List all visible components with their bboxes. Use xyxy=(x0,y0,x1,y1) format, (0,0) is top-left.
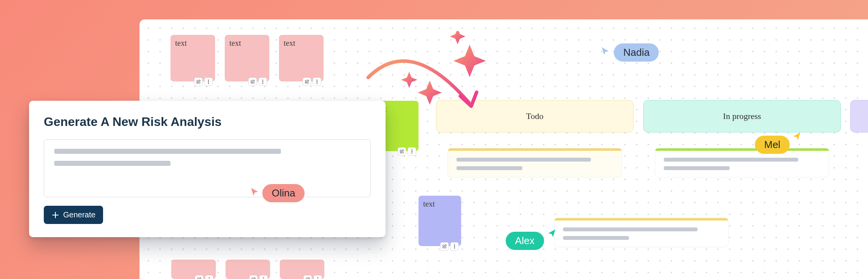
sticky-note-text: text xyxy=(423,200,435,208)
sticky-note[interactable] xyxy=(171,260,216,279)
user-label: Olina xyxy=(262,184,305,202)
edit-icon[interactable] xyxy=(303,275,312,279)
svg-point-15 xyxy=(209,277,210,279)
more-icon[interactable] xyxy=(450,242,459,251)
sticky-note[interactable] xyxy=(280,260,324,279)
sparkle-icon xyxy=(368,31,500,114)
user-label: Mel xyxy=(755,136,790,154)
more-icon[interactable] xyxy=(313,78,321,86)
svg-point-10 xyxy=(412,151,413,152)
column-title: Todo xyxy=(526,111,544,121)
user-cursor-mel: Mel xyxy=(755,136,801,154)
prompt-input[interactable]: Olina xyxy=(44,139,371,197)
column-title: In progress xyxy=(723,111,761,121)
svg-point-12 xyxy=(454,245,455,246)
cursor-icon xyxy=(250,187,259,196)
sticky-note-text: text xyxy=(175,39,187,47)
sticky-note-text: text xyxy=(284,39,295,47)
edit-icon[interactable] xyxy=(248,78,257,86)
svg-point-6 xyxy=(317,80,318,81)
cursor-icon xyxy=(792,132,801,141)
edit-icon[interactable] xyxy=(249,275,258,279)
svg-point-9 xyxy=(412,150,413,151)
edit-icon[interactable] xyxy=(194,78,203,86)
kanban-column-partial[interactable] xyxy=(850,100,868,133)
more-icon[interactable] xyxy=(258,78,267,86)
user-cursor-nadia: Nadia xyxy=(601,43,659,62)
svg-point-8 xyxy=(317,83,318,84)
sticky-note-text: text xyxy=(229,39,241,47)
user-label: Alex xyxy=(506,232,544,250)
more-icon[interactable] xyxy=(205,275,214,279)
plus-icon xyxy=(52,211,59,219)
kanban-card[interactable] xyxy=(554,218,728,247)
generate-modal: Generate A New Risk Analysis Olina Gener… xyxy=(29,101,386,237)
edit-icon[interactable] xyxy=(195,275,203,279)
svg-point-0 xyxy=(208,80,209,81)
modal-title: Generate A New Risk Analysis xyxy=(44,115,371,129)
sticky-note[interactable] xyxy=(226,260,270,279)
edit-icon[interactable] xyxy=(303,78,311,86)
sticky-note[interactable]: text xyxy=(170,35,215,81)
svg-point-14 xyxy=(454,248,455,249)
user-cursor-olina: Olina xyxy=(250,184,305,202)
user-label: Nadia xyxy=(614,43,659,62)
more-icon[interactable] xyxy=(204,78,213,86)
more-icon[interactable] xyxy=(313,275,322,279)
svg-point-21 xyxy=(317,277,319,279)
more-icon[interactable] xyxy=(259,275,268,279)
svg-point-7 xyxy=(317,81,318,83)
user-cursor-alex: Alex xyxy=(506,232,556,250)
cursor-icon xyxy=(547,229,556,238)
kanban-card[interactable] xyxy=(655,148,829,177)
generate-button-label: Generate xyxy=(63,210,95,219)
svg-point-11 xyxy=(412,153,413,154)
edit-icon[interactable] xyxy=(440,242,449,251)
more-icon[interactable] xyxy=(408,147,416,156)
svg-point-5 xyxy=(262,83,264,84)
kanban-column-in-progress[interactable]: In progress xyxy=(643,100,841,133)
svg-point-1 xyxy=(208,81,209,83)
svg-point-13 xyxy=(454,246,455,247)
kanban-card[interactable] xyxy=(448,148,622,177)
sticky-note[interactable]: text xyxy=(279,35,324,81)
svg-point-18 xyxy=(263,277,264,279)
sticky-note[interactable]: text xyxy=(225,35,269,81)
edit-icon[interactable] xyxy=(398,147,406,156)
generate-button[interactable]: Generate xyxy=(44,206,103,224)
svg-point-3 xyxy=(262,80,264,81)
svg-point-2 xyxy=(208,83,209,84)
svg-point-4 xyxy=(262,81,264,83)
cursor-icon xyxy=(601,46,610,56)
sticky-note[interactable]: text xyxy=(418,196,461,246)
